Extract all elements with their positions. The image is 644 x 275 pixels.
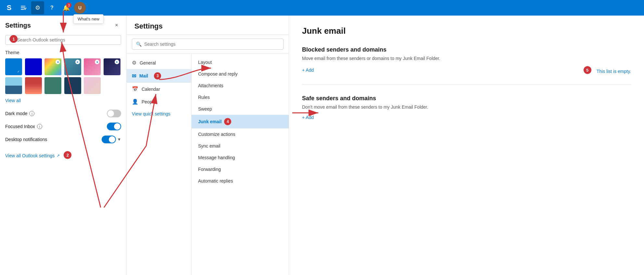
settings-search-area: 🔍 — [127, 35, 289, 54]
view-all-outlook-settings-link[interactable]: View all Outlook settings ↗ — [5, 153, 60, 158]
avatar[interactable]: U — [74, 2, 86, 14]
focused-inbox-info-icon[interactable]: i — [37, 124, 42, 129]
theme-item-4[interactable]: ★ — [64, 58, 81, 75]
help-icon[interactable]: ? — [45, 1, 58, 14]
blocked-senders-description: Move email from these senders or domains… — [302, 56, 631, 61]
tasks-icon[interactable] — [17, 1, 30, 14]
focused-inbox-toggle-knob — [114, 123, 120, 130]
notification-badge: 3 — [66, 3, 71, 8]
desktop-notifications-row: Desktop notifications ▼ — [5, 136, 121, 143]
theme-check-1: ✓ — [16, 69, 21, 74]
theme-label: Theme — [5, 50, 121, 55]
sub-nav-junk-email[interactable]: Junk email 4 — [192, 115, 289, 128]
quick-settings-panel: Settings × 1 🔍 Theme ✓ ★ — [0, 16, 127, 275]
settings-navigation: ⚙ General ✉ Mail 3 📅 Calendar 👤 — [127, 54, 289, 275]
dark-mode-toggle-knob — [107, 110, 114, 117]
sub-nav-rules[interactable]: Rules — [192, 91, 289, 103]
nav-item-people-label: People — [142, 99, 156, 104]
dark-mode-toggle[interactable] — [107, 110, 121, 117]
junk-email-content-area: Junk email Blocked senders and domains M… — [289, 16, 644, 275]
svg-rect-1 — [21, 7, 25, 8]
quick-settings-header: Settings × — [5, 21, 121, 30]
dark-mode-label: Dark mode i — [5, 111, 34, 116]
whats-new-tooltip: What's new — [73, 14, 104, 24]
sub-nav-sweep[interactable]: Sweep — [192, 103, 289, 115]
blocked-senders-add-link[interactable]: + Add — [302, 67, 314, 73]
desktop-notifications-label: Desktop notifications — [5, 137, 47, 142]
people-icon: 👤 — [132, 99, 138, 105]
external-link-icon: ↗ — [57, 153, 60, 158]
safe-senders-section: Safe senders and domains Don't move emai… — [302, 95, 631, 130]
sub-nav-attachments[interactable]: Attachments — [192, 80, 289, 91]
focused-inbox-toggle[interactable] — [107, 123, 121, 130]
step-2-circle: 2 — [64, 151, 71, 159]
view-all-themes-link[interactable]: View all — [5, 98, 121, 103]
theme-item-8[interactable] — [25, 77, 42, 94]
nav-item-mail-label: Mail — [139, 73, 148, 78]
sub-nav-customize-actions[interactable]: Customize actions — [192, 128, 289, 140]
theme-item-6[interactable]: ★ — [104, 58, 120, 75]
dark-mode-row: Dark mode i — [5, 110, 121, 117]
sub-nav-message-handling[interactable]: Message handling — [192, 152, 289, 163]
theme-item-10[interactable] — [64, 77, 81, 94]
notifications-icon[interactable]: 🔔 3 — [60, 1, 73, 14]
toggle-expand-icon: ▼ — [117, 137, 121, 142]
nav-item-general[interactable]: ⚙ General — [127, 56, 191, 69]
theme-item-11[interactable] — [84, 77, 101, 94]
nav-item-calendar[interactable]: 📅 Calendar — [127, 83, 191, 95]
dark-mode-info-icon[interactable]: i — [29, 111, 34, 116]
general-icon: ⚙ — [132, 60, 136, 66]
step-5-circle: 5 — [584, 66, 591, 74]
theme-item-5[interactable]: ★ — [84, 58, 101, 75]
junk-email-title: Junk email — [302, 26, 631, 36]
settings-search-icon: 🔍 — [136, 42, 142, 47]
settings-icon[interactable]: ⚙ — [31, 1, 44, 14]
mail-icon: ✉ — [132, 73, 136, 79]
blocked-senders-empty-text: This list is empty. — [597, 69, 631, 74]
settings-modal-title: Settings — [127, 16, 289, 35]
step-1-circle: 1 — [10, 35, 18, 43]
settings-search-input[interactable] — [144, 42, 279, 47]
theme-item-9[interactable] — [44, 77, 61, 94]
theme-item-1[interactable]: ✓ — [5, 58, 22, 75]
sub-nav-automatic-replies[interactable]: Automatic replies — [192, 175, 289, 187]
quick-settings-search-input[interactable] — [17, 37, 118, 42]
skype-icon[interactable]: S — [3, 1, 16, 14]
safe-senders-title: Safe senders and domains — [302, 95, 631, 102]
sub-nav-forwarding[interactable]: Forwarding — [192, 163, 289, 175]
view-quick-settings-link[interactable]: View quick settings — [127, 108, 191, 120]
close-button[interactable]: × — [112, 21, 121, 30]
focused-inbox-row: Focused Inbox i — [5, 123, 121, 130]
quick-settings-search-box[interactable]: 🔍 — [5, 35, 121, 45]
step-4-circle: 4 — [224, 118, 231, 125]
sub-nav-sync-email[interactable]: Sync email — [192, 140, 289, 152]
focused-inbox-label: Focused Inbox i — [5, 124, 42, 129]
blocked-senders-title: Blocked senders and domains — [302, 46, 631, 53]
calendar-icon: 📅 — [132, 86, 138, 92]
nav-item-people[interactable]: 👤 People — [127, 95, 191, 108]
safe-senders-add-link[interactable]: + Add — [302, 115, 631, 120]
svg-rect-2 — [21, 9, 24, 10]
top-navigation-bar: S ⚙ ? 🔔 3 U What's new — [0, 0, 644, 16]
desktop-notifications-toggle-knob — [109, 136, 115, 143]
nav-item-mail[interactable]: ✉ Mail 3 — [127, 69, 191, 83]
nav-item-general-label: General — [140, 60, 156, 66]
settings-left-nav: ⚙ General ✉ Mail 3 📅 Calendar 👤 — [127, 54, 192, 275]
theme-grid: ✓ ★ ★ ★ ★ — [5, 58, 121, 94]
theme-item-2[interactable] — [25, 58, 42, 75]
nav-item-calendar-label: Calendar — [142, 87, 160, 92]
svg-rect-0 — [21, 6, 25, 6]
desktop-notifications-toggle[interactable] — [102, 136, 116, 143]
settings-sub-navigation: Layout Compose and reply Attachments Rul… — [192, 54, 289, 275]
sub-nav-compose-reply[interactable]: Compose and reply — [192, 68, 289, 80]
settings-search-box[interactable]: 🔍 — [132, 39, 284, 50]
settings-modal: Settings 🔍 ⚙ General ✉ Mail — [127, 16, 289, 275]
theme-item-7[interactable] — [5, 77, 22, 94]
quick-settings-title: Settings — [5, 22, 31, 29]
whats-new-label: What's new — [78, 17, 99, 21]
step-3-circle: 3 — [154, 72, 161, 79]
safe-senders-description: Don't move email from these senders to m… — [302, 104, 631, 110]
blocked-senders-section: Blocked senders and domains Move email f… — [302, 46, 631, 85]
theme-item-3[interactable]: ★ — [44, 58, 61, 75]
sub-nav-layout[interactable]: Layout — [192, 56, 289, 68]
